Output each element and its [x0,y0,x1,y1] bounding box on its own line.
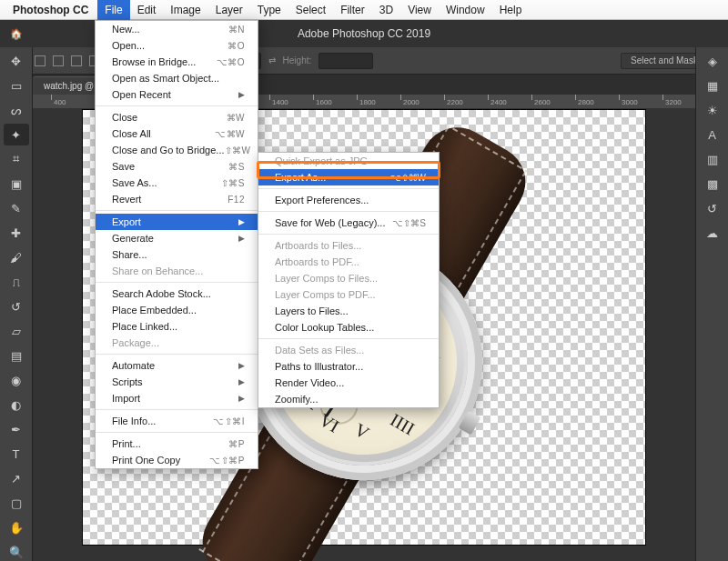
menu-item-label: Render Video... [275,377,344,388]
menu-item-label: Scripts [112,376,143,387]
shortcut: ⌘P [228,439,245,449]
export-menu-export-preferences[interactable]: Export Preferences... [258,192,439,208]
swap-icon[interactable]: ⇄ [268,55,276,65]
dodge-tool-icon[interactable]: ◐ [4,394,29,416]
menu-item-label: Data Sets as Files... [275,345,364,356]
history-tool-icon[interactable]: ↺ [4,296,29,317]
brush-tool-icon[interactable]: 🖌 [4,246,29,268]
file-menu-scripts[interactable]: Scripts▶ [96,374,258,390]
menu-item-label: Layers to Files... [275,306,349,316]
crop-tool-icon[interactable]: ⌗ [4,148,29,170]
menu-item-label: Automate [112,360,155,371]
export-menu-color-lookup-tables[interactable]: Color Lookup Tables... [258,319,439,336]
file-menu-close-and-go-to-bridge[interactable]: Close and Go to Bridge...⇧⌘W [96,142,258,158]
height-field[interactable] [318,53,373,69]
eraser-tool-icon[interactable]: ▱ [4,320,29,342]
export-menu-layers-to-files[interactable]: Layers to Files... [258,303,439,319]
export-menu-paths-to-illustrator[interactable]: Paths to Illustrator... [258,358,439,375]
home-icon[interactable]: 🏠 [7,25,25,43]
path-tool-icon[interactable]: ↗ [4,467,29,489]
blur-tool-icon[interactable]: ◉ [4,369,29,391]
zoom-tool-icon[interactable]: 🔍 [4,541,29,561]
pen-tool-icon[interactable]: ✒ [4,418,29,440]
file-menu-revert[interactable]: RevertF12 [96,191,258,207]
file-menu-open-as-smart-object[interactable]: Open as Smart Object... [96,70,258,86]
file-menu-place-linked[interactable]: Place Linked... [96,318,258,335]
file-menu-export[interactable]: Export▶ [96,214,258,230]
layers-panel-icon[interactable]: ▥ [700,148,725,170]
frame-tool-icon[interactable]: ▣ [4,173,29,195]
file-menu-print[interactable]: Print...⌘P [96,436,258,452]
file-menu-place-embedded[interactable]: Place Embedded... [96,302,258,318]
right-panel-dock: ◈▦☀A▥▩↺☁ [695,47,728,561]
rect-tool-icon[interactable]: ▢ [4,492,29,514]
export-menu-export-as[interactable]: Export As...⌥⇧⌘W [258,169,439,185]
mode-add-icon[interactable] [53,55,64,66]
menu-file[interactable]: File [97,0,129,20]
menu-view[interactable]: View [400,0,439,20]
menu-item-label: Export Preferences... [275,195,369,205]
history-panel-icon[interactable]: ↺ [700,197,725,219]
file-menu-automate[interactable]: Automate▶ [96,357,258,374]
marquee-tool-icon[interactable]: ▭ [4,75,29,96]
export-menu-render-video[interactable]: Render Video... [258,375,439,391]
gradient-tool-icon[interactable]: ▤ [4,345,29,366]
menu-window[interactable]: Window [439,0,492,20]
paragraph-panel-icon[interactable]: A [700,124,725,145]
file-menu-share[interactable]: Share... [96,246,258,263]
lasso-tool-icon[interactable]: ᔕ [4,99,29,121]
export-menu-zoomify[interactable]: Zoomify... [258,391,439,407]
file-menu-generate[interactable]: Generate▶ [96,230,258,246]
file-menu-browse-in-bridge[interactable]: Browse in Bridge...⌥⌘O [96,54,258,70]
file-menu-close[interactable]: Close⌘W [96,109,258,125]
file-menu-search-adobe-stock[interactable]: Search Adobe Stock... [96,286,258,302]
file-menu-open-recent[interactable]: Open Recent▶ [96,86,258,103]
file-menu-save[interactable]: Save⌘S [96,158,258,175]
file-menu-open[interactable]: Open...⌘O [96,37,258,54]
shortcut: ⌘N [228,25,245,35]
export-menu-save-for-web-legacy[interactable]: Save for Web (Legacy)...⌥⇧⌘S [258,215,439,231]
shortcut: ⇧⌘W [225,145,251,155]
heal-tool-icon[interactable]: ✚ [4,222,29,244]
libs-panel-icon[interactable]: ☁ [700,222,725,244]
menu-item-label: Close [112,112,137,123]
menu-type[interactable]: Type [250,0,288,20]
file-menu-save-as[interactable]: Save As...⇧⌘S [96,175,258,191]
file-menu-import[interactable]: Import▶ [96,390,258,406]
channels-panel-icon[interactable]: ▩ [700,173,725,195]
app-name: Photoshop CC [13,4,88,16]
menu-3d[interactable]: 3D [372,0,400,20]
menu-edit[interactable]: Edit [130,0,164,20]
ruler-tick: 1800 [359,98,376,106]
hand-tool-icon[interactable]: ✋ [4,516,29,538]
watch-numeral: IIII [387,409,419,439]
menu-select[interactable]: Select [288,0,333,20]
mode-sub-icon[interactable] [71,55,82,66]
menu-image[interactable]: Image [163,0,207,20]
menu-item-label: Export [112,216,141,227]
file-menu-print-one-copy[interactable]: Print One Copy⌥⇧⌘P [96,452,258,468]
menu-item-label: Package... [112,337,159,348]
quick-select-tool-icon[interactable]: ✦ [4,124,29,145]
submenu-arrow-icon: ▶ [238,217,245,226]
file-menu-new[interactable]: New...⌘N [96,21,258,37]
stamp-tool-icon[interactable]: ⎍ [4,271,29,293]
submenu-arrow-icon: ▶ [238,234,245,243]
shortcut: ⌥⇧⌘I [213,416,245,426]
menu-item-label: Generate [112,233,154,244]
mode-new-icon[interactable] [35,55,46,66]
swatches-panel-icon[interactable]: ▦ [700,75,725,96]
ruler-tick: 2000 [403,98,420,106]
file-menu-close-all[interactable]: Close All⌥⌘W [96,125,258,142]
menu-item-label: Browse in Bridge... [112,56,196,67]
menu-filter[interactable]: Filter [333,0,372,20]
color-panel-icon[interactable]: ◈ [700,50,725,72]
menu-help[interactable]: Help [492,0,530,20]
eyedrop-tool-icon[interactable]: ✎ [4,197,29,219]
file-menu-file-info[interactable]: File Info...⌥⇧⌘I [96,413,258,429]
move-tool-icon[interactable]: ✥ [4,50,29,72]
menu-layer[interactable]: Layer [208,0,250,20]
adjust-panel-icon[interactable]: ☀ [700,99,725,121]
type-tool-icon[interactable]: T [4,443,29,465]
ruler-tick: 400 [54,98,66,106]
